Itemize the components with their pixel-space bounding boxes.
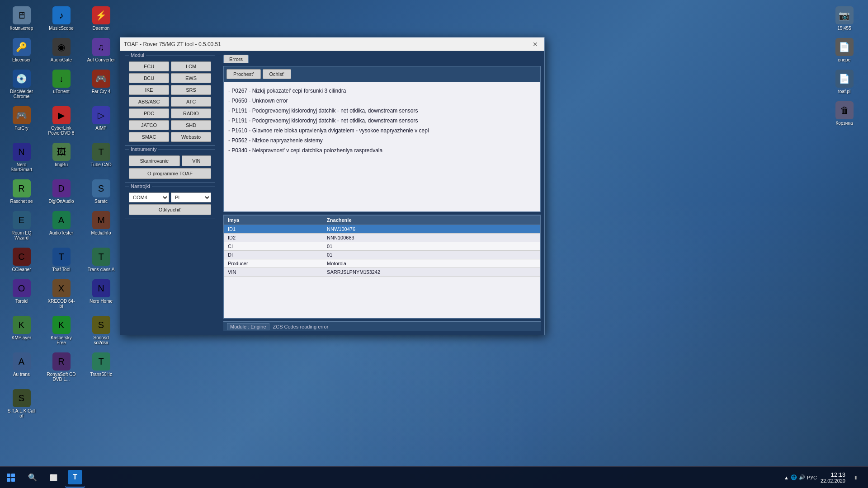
module-btn-jatco[interactable]: JATCO (129, 120, 169, 130)
desktop-icon-right-3[interactable]: 🗑 Корзина (827, 99, 861, 127)
vin-button[interactable]: VIN (182, 155, 211, 166)
port-select[interactable]: COM4 COM1 COM2 COM3 (129, 192, 169, 202)
desktop-icon-0[interactable]: 🖥 Компьютер (5, 5, 38, 33)
start-button[interactable] (0, 467, 22, 488)
show-desktop-button[interactable]: ▮ (849, 471, 863, 484)
table-cell-value: 01 (323, 242, 540, 251)
module-btn-bcu[interactable]: BCU (129, 73, 169, 83)
system-tray-icons: ▲ 🌐 🔊 РУС (784, 474, 817, 480)
taskbar-toaf-app[interactable]: T (65, 468, 85, 488)
table-row[interactable]: DI01 (224, 251, 540, 259)
module-btn-ike[interactable]: IKE (129, 85, 169, 95)
table-row[interactable]: VINSARRJSLPNYM153242 (224, 268, 540, 277)
desktop-icon-1[interactable]: ♪ MusicScope (44, 5, 78, 33)
toaf-icon: T (68, 470, 82, 484)
module-btn-ecu[interactable]: ECU (129, 61, 169, 71)
icon-label-10: CyberLink PowerDVD 8 (46, 126, 76, 136)
desktop-icon-29[interactable]: S Sonosd so2dsa (84, 314, 118, 347)
table-cell-value: Motorola (323, 259, 540, 268)
desktop-icon-10[interactable]: ▶ CyberLink PowerDVD 8 (44, 104, 78, 137)
error-item: P1610 - Glavnoe rele bloka upravleniya d… (228, 126, 536, 136)
desktop-icon-14[interactable]: T Tube CAD (84, 141, 118, 174)
module-btn-webasto[interactable]: Webasto (171, 132, 211, 142)
desktop-icon-16[interactable]: D DigiOnAudio (44, 178, 78, 206)
desktop-icon-18[interactable]: E Room EQ Wizard (5, 209, 38, 242)
module-btn-radio[interactable]: RADIO (171, 108, 211, 118)
windows-icon (7, 474, 15, 482)
clear-button[interactable]: Ochist' (263, 69, 291, 79)
module-btn-abs/asc[interactable]: ABS/ASC (129, 97, 169, 107)
right-panel: Errors Prochest' Ochist' P0267 - Nizkij … (220, 51, 544, 335)
module-btn-atc[interactable]: ATC (171, 97, 211, 107)
icon-label-25: XRECOD 64-bi (46, 299, 76, 309)
desktop-icon-right-0[interactable]: 📷 15|455 (827, 5, 861, 33)
clock-time: 12:13 (821, 471, 845, 478)
icon-label-17: Saratc (94, 199, 108, 204)
desktop-icon-26[interactable]: N Nero Home (84, 277, 118, 310)
icon-label-18: Room EQ Wizard (6, 230, 37, 240)
table-cell-value: NNW100476 (323, 225, 540, 234)
module-btn-pdc[interactable]: PDC (129, 108, 169, 118)
desktop-icon-4[interactable]: ◉ AudioGate (44, 36, 78, 64)
task-view-button[interactable]: ⬜ (43, 468, 63, 488)
desktop-icon-24[interactable]: O Toroid (5, 277, 38, 310)
module-btn-srs[interactable]: SRS (171, 85, 211, 95)
table-row[interactable]: ID2NNN100683 (224, 234, 540, 242)
table-row[interactable]: ID1NNW100476 (224, 225, 540, 234)
errors-toolbar: Prochest' Ochist' (224, 66, 540, 82)
desktop-icon-9[interactable]: 🎮 FarCry (5, 104, 38, 137)
tray-arrow[interactable]: ▲ (784, 475, 789, 480)
taskbar-clock[interactable]: 12:13 22.02.2020 (821, 471, 845, 483)
desktop-icon-13[interactable]: 🖼 ImgBu (44, 141, 78, 174)
desktop-icon-15[interactable]: R Raschet se (5, 178, 38, 206)
desktop-icon-19[interactable]: A AudioTester (44, 209, 78, 242)
table-row[interactable]: ProducerMotorola (224, 259, 540, 268)
module-btn-ews[interactable]: EWS (171, 73, 211, 83)
search-button[interactable]: 🔍 (22, 467, 43, 488)
module-btn-lcm[interactable]: LCM (171, 61, 211, 71)
icon-label-13: ImgBu (55, 162, 68, 167)
desktop-icon-33[interactable]: S S.T.A.L.K Call of (5, 387, 38, 420)
desktop-icon-right-2[interactable]: 📄 toaf.pl (827, 68, 861, 96)
error-item: P1191 - Podogrevaemyj kislorodnyj datchi… (228, 116, 536, 126)
desktop-icon-right-1[interactable]: 📄 впере (827, 36, 861, 64)
window-titlebar: TOAF - Rover 75/MG ZT tool - 0.5.00.51 ✕ (120, 38, 544, 51)
desktop-icon-12[interactable]: N Nero StartSmart (5, 141, 38, 174)
icon-image-3: 🔑 (13, 38, 31, 56)
table-cell-name: VIN (224, 268, 323, 277)
desktop-icon-31[interactable]: R RonyaSoft CD DVD L... (44, 351, 78, 384)
icon-image-17: S (92, 179, 110, 197)
desktop-icon-7[interactable]: ↓ uTorrent (44, 68, 78, 101)
desktop-icon-25[interactable]: X XRECOD 64-bi (44, 277, 78, 310)
desktop-icon-2[interactable]: ⚡ Daemon (84, 5, 118, 33)
lang-select[interactable]: PL RU EN (171, 192, 211, 202)
desktop-icon-5[interactable]: ♫ AuI Converter (84, 36, 118, 64)
icon-image-31: R (52, 352, 71, 371)
icon-image-4: ◉ (52, 38, 71, 56)
desktop-icon-22[interactable]: T Toaf Tool (44, 246, 78, 274)
about-button[interactable]: O programme TOAF (129, 168, 211, 179)
window-close-button[interactable]: ✕ (530, 39, 541, 50)
tab-errors[interactable]: Errors (223, 55, 249, 63)
desktop-icon-8[interactable]: 🎮 Far Cry 4 (84, 68, 118, 101)
table-row[interactable]: CI01 (224, 242, 540, 251)
icon-label-19: AudioTester (49, 230, 73, 235)
desktop-icon-27[interactable]: K KMPlayer (5, 314, 38, 347)
module-btn-smac[interactable]: SMAC (129, 132, 169, 142)
desktop-icon-17[interactable]: S Saratc (84, 178, 118, 206)
desktop-icon-6[interactable]: 💿 DiscWelder Chrome (5, 68, 38, 101)
desktop-icon-21[interactable]: C CCleaner (5, 246, 38, 274)
desktop-icon-20[interactable]: M MediaInfo (84, 209, 118, 242)
icon-image-13: 🖼 (52, 143, 71, 161)
desktop-icon-11[interactable]: ▷ AIMP (84, 104, 118, 137)
desktop-icon-30[interactable]: A Au trans (5, 351, 38, 384)
desktop-icon-28[interactable]: K Kaspersky Free (44, 314, 78, 347)
desktop-icon-3[interactable]: 🔑 Elicenser (5, 36, 38, 64)
table-cell-name: DI (224, 251, 323, 259)
disconnect-button[interactable]: Otklyuchit' (129, 204, 211, 215)
skan-button[interactable]: Skanirovanie (129, 155, 180, 166)
desktop-icon-23[interactable]: T Trans class A (84, 246, 118, 274)
desktop-icon-32[interactable]: T Trans50Hz (84, 351, 118, 384)
module-btn-shd[interactable]: SHD (171, 120, 211, 130)
read-button[interactable]: Prochest' (226, 69, 261, 79)
